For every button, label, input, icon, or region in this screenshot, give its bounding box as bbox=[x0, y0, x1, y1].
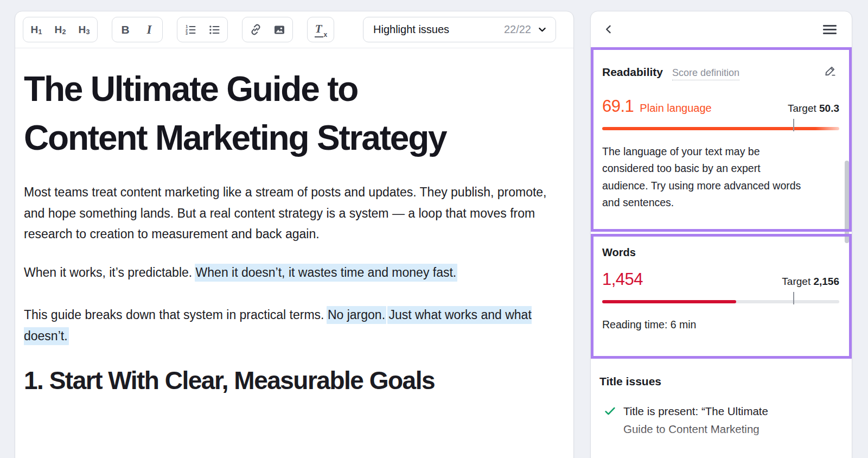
insert-button-group bbox=[242, 17, 293, 42]
italic-button[interactable]: I bbox=[137, 18, 161, 41]
issue-item: Title is present: “The Ultimate Guide to… bbox=[599, 403, 842, 438]
readability-target: Target 50.3 bbox=[788, 103, 839, 114]
edit-target-button[interactable] bbox=[821, 61, 839, 80]
document-paragraph: Most teams treat content marketing like … bbox=[24, 182, 547, 245]
readability-target-marker bbox=[793, 119, 794, 131]
words-target: Target 2,156 bbox=[782, 276, 839, 288]
unordered-list-icon bbox=[208, 23, 221, 36]
panel-header bbox=[591, 11, 852, 47]
heading2-glyph: H bbox=[55, 24, 62, 36]
link-icon bbox=[249, 23, 263, 36]
menu-button[interactable] bbox=[820, 20, 839, 39]
editor-card: H1 H2 H3 B I bbox=[15, 11, 574, 458]
words-progress-bar bbox=[602, 300, 839, 303]
chevron-down-icon bbox=[538, 25, 547, 34]
highlighted-sentence[interactable]: No jargon. bbox=[327, 306, 386, 324]
list-button-group: 123 bbox=[177, 17, 228, 42]
readability-description: The language of your text may be conside… bbox=[602, 143, 804, 212]
readability-progress-bar bbox=[602, 127, 839, 130]
svg-text:3: 3 bbox=[186, 31, 188, 35]
readability-score: 69.1 bbox=[602, 97, 634, 116]
chevron-left-icon bbox=[603, 24, 614, 35]
readability-score-label: Plain language bbox=[640, 102, 711, 114]
ordered-list-icon: 123 bbox=[184, 23, 197, 36]
document-title: The Ultimate Guide to Content Marketing … bbox=[24, 65, 482, 162]
title-issues-heading: Title issues bbox=[599, 375, 842, 388]
score-definition-link[interactable]: Score definition bbox=[672, 67, 739, 80]
heading1-glyph: H bbox=[31, 24, 39, 36]
bold-button[interactable]: B bbox=[113, 18, 137, 41]
document-paragraph: When it works, it’s predictable. When it… bbox=[24, 262, 547, 283]
words-title: Words bbox=[602, 246, 839, 259]
heading3-glyph: H bbox=[79, 24, 86, 36]
clear-formatting-icon: Tx bbox=[315, 22, 327, 37]
heading-button-group: H1 H2 H3 bbox=[23, 17, 98, 42]
document-paragraph: This guide breaks down that system in pr… bbox=[24, 304, 547, 346]
editor-toolbar: H1 H2 H3 B I bbox=[15, 11, 573, 48]
reading-time: Reading time: 6 min bbox=[602, 319, 839, 331]
bold-icon: B bbox=[121, 23, 129, 36]
clear-format-button-group: Tx bbox=[307, 17, 334, 42]
italic-icon: I bbox=[147, 23, 152, 37]
issue-text: Title is present: “The Ultimate Guide to… bbox=[623, 403, 796, 438]
assistant-panel: Readability Score definition 69.1 Plain … bbox=[590, 11, 852, 458]
highlight-issues-label: Highlight issues bbox=[373, 23, 504, 36]
editor-bottom-fade bbox=[16, 399, 572, 458]
clear-formatting-button[interactable]: Tx bbox=[309, 18, 333, 41]
readability-title: Readability bbox=[602, 66, 663, 79]
highlighted-sentence[interactable]: When it doesn’t, it wastes time and mone… bbox=[195, 264, 458, 282]
pencil-icon bbox=[824, 64, 837, 78]
ordered-list-button[interactable]: 123 bbox=[178, 18, 202, 41]
document-editing-area[interactable]: The Ultimate Guide to Content Marketing … bbox=[15, 65, 573, 395]
document-next-heading: 1. Start With Clear, Measurable Goals bbox=[24, 366, 563, 395]
hamburger-icon bbox=[823, 25, 837, 34]
highlight-issues-count: 22/22 bbox=[504, 23, 531, 36]
highlight-issues-dropdown[interactable]: Highlight issues 22/22 bbox=[363, 17, 556, 42]
format-button-group: B I bbox=[112, 17, 163, 42]
back-button[interactable] bbox=[599, 20, 618, 39]
words-target-marker bbox=[793, 292, 794, 304]
readability-section: Readability Score definition 69.1 Plain … bbox=[591, 47, 852, 232]
heading2-button[interactable]: H2 bbox=[48, 18, 72, 41]
word-count: 1,454 bbox=[602, 270, 643, 289]
insert-image-button[interactable] bbox=[267, 18, 291, 41]
insert-link-button[interactable] bbox=[244, 18, 267, 41]
words-section: Words 1,454 Target 2,156 Reading time: 6… bbox=[591, 234, 852, 359]
unordered-list-button[interactable] bbox=[202, 18, 226, 41]
image-icon bbox=[273, 23, 286, 36]
heading1-button[interactable]: H1 bbox=[24, 18, 48, 41]
words-progress-fill bbox=[602, 300, 736, 303]
title-issues-section: Title issues Title is present: “The Ulti… bbox=[591, 359, 852, 438]
check-icon bbox=[604, 405, 616, 438]
heading3-button[interactable]: H3 bbox=[72, 18, 96, 41]
readability-progress-fill bbox=[602, 127, 839, 130]
